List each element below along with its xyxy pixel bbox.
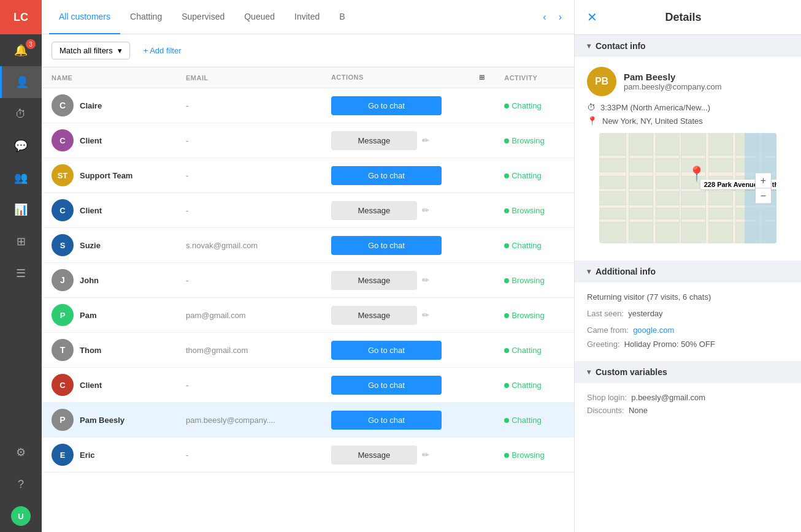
customer-name-wrapper: EEric: [52, 444, 166, 466]
edit-icon[interactable]: ✏: [422, 310, 429, 320]
status-text: Browsing: [512, 136, 544, 145]
contact-name: Pam Beesly: [624, 72, 722, 82]
customer-email-cell: -: [176, 438, 321, 473]
message-button[interactable]: Message: [331, 131, 417, 150]
status-dot: [504, 278, 509, 283]
customer-name-cell: CClient: [42, 368, 176, 403]
table-row[interactable]: PPam Beeslypam.beesly@company....Go to c…: [42, 403, 574, 438]
map-zoom-out-button[interactable]: −: [756, 189, 771, 203]
table-row[interactable]: JJohn-Message✏Browsing: [42, 263, 574, 298]
status-dot: [504, 348, 509, 353]
discounts-label: Discounts:: [587, 406, 624, 415]
discounts-text: Discounts: None: [587, 406, 789, 415]
sidebar-item-history[interactable]: ⏱: [0, 98, 42, 130]
sidebar-item-team[interactable]: 👥: [0, 162, 42, 194]
add-filter-label: + Add filter: [144, 46, 182, 55]
message-button[interactable]: Message: [331, 306, 417, 325]
actions-wrapper: Message✏: [331, 446, 485, 465]
contact-info-section-header[interactable]: ▾ Contact info: [575, 35, 801, 57]
customer-name-text: John: [80, 276, 99, 285]
user-avatar-bottom[interactable]: U: [0, 500, 42, 532]
add-filter-button[interactable]: + Add filter: [137, 42, 188, 59]
status-dot: [504, 453, 509, 458]
map-zoom-in-button[interactable]: +: [756, 173, 771, 189]
sidebar-item-chats[interactable]: 💬: [0, 130, 42, 162]
customer-email-cell: thom@gmail.com: [176, 333, 321, 368]
user-status-avatar: U: [11, 506, 31, 526]
actions-wrapper: Go to chat: [331, 341, 485, 360]
column-settings-icon[interactable]: ⊞: [479, 74, 485, 82]
sidebar-item-customers[interactable]: 👤: [0, 66, 42, 98]
tab-prev-button[interactable]: ‹: [538, 9, 551, 25]
customer-activity-cell: Browsing: [494, 193, 574, 228]
contact-avatar: PB: [587, 67, 616, 96]
edit-icon[interactable]: ✏: [422, 135, 429, 145]
customer-name-cell: PPam: [42, 298, 176, 333]
settings-icon: ⚙: [16, 446, 26, 459]
tab-invited[interactable]: Invited: [285, 0, 329, 34]
go-to-chat-button[interactable]: Go to chat: [331, 341, 442, 360]
match-filter-dropdown[interactable]: Match all filters ▾: [52, 42, 130, 59]
message-button[interactable]: Message: [331, 201, 417, 220]
go-to-chat-button[interactable]: Go to chat: [331, 96, 442, 115]
table-row[interactable]: CClient-Go to chatChatting: [42, 368, 574, 403]
tab-next-button[interactable]: ›: [554, 9, 567, 25]
table-row[interactable]: CClient-Message✏Browsing: [42, 123, 574, 158]
greeting-text: Greeting: Holiday Promo: 50% OFF: [587, 340, 789, 349]
table-row[interactable]: EEric-Message✏Browsing: [42, 438, 574, 473]
panel-close-button[interactable]: ✕: [587, 10, 597, 25]
came-from-label: Came from:: [587, 325, 629, 335]
tab-chatting[interactable]: Chatting: [120, 0, 172, 34]
sidebar-item-notifications[interactable]: 🔔 3: [0, 34, 42, 66]
tab-queued[interactable]: Queued: [234, 0, 285, 34]
status-text: Chatting: [512, 171, 541, 180]
customer-actions-cell: Go to chat: [321, 333, 494, 368]
table-row[interactable]: STSupport Team-Go to chatChatting: [42, 158, 574, 193]
customer-actions-cell: Go to chat: [321, 228, 494, 263]
sidebar-item-settings[interactable]: ⚙: [0, 436, 42, 468]
message-button[interactable]: Message: [331, 446, 417, 465]
customers-table: NAME EMAIL ACTIONS ⊞ ACTIVITY CClaire-Go…: [42, 67, 574, 473]
status-dot: [504, 418, 509, 423]
table-row[interactable]: TThomthom@gmail.comGo to chatChatting: [42, 333, 574, 368]
edit-icon[interactable]: ✏: [422, 205, 429, 215]
customer-email-cell: s.novak@gmail.com: [176, 228, 321, 263]
customer-name-text: Client: [80, 136, 102, 145]
message-button[interactable]: Message: [331, 271, 417, 290]
customer-avatar: P: [52, 409, 74, 431]
custom-variables-section-header[interactable]: ▾ Custom variables: [575, 361, 801, 383]
table-row[interactable]: PPampam@gmail.comMessage✏Browsing: [42, 298, 574, 333]
filter-bar: Match all filters ▾ + Add filter: [42, 34, 574, 67]
sidebar-item-reports[interactable]: 📊: [0, 194, 42, 226]
customer-name-wrapper: JJohn: [52, 269, 166, 291]
tab-all-customers[interactable]: All customers: [49, 0, 120, 34]
contact-info-label: Contact info: [596, 41, 646, 51]
customer-email-cell: -: [176, 88, 321, 123]
customer-name-wrapper: CClaire: [52, 94, 166, 116]
tab-navigation: ‹ ›: [538, 9, 567, 25]
sidebar-item-list[interactable]: ☰: [0, 257, 42, 289]
table-row[interactable]: SSuzies.novak@gmail.comGo to chatChattin…: [42, 228, 574, 263]
additional-info-section-header[interactable]: ▾ Additional info: [575, 260, 801, 283]
came-from-link[interactable]: google.com: [633, 325, 674, 335]
edit-icon[interactable]: ✏: [422, 450, 429, 460]
customer-avatar: T: [52, 339, 74, 361]
sidebar-item-help[interactable]: ?: [0, 468, 42, 500]
tab-supervised[interactable]: Supervised: [172, 0, 234, 34]
edit-icon[interactable]: ✏: [422, 275, 429, 285]
go-to-chat-button[interactable]: Go to chat: [331, 411, 442, 430]
go-to-chat-button[interactable]: Go to chat: [331, 376, 442, 395]
customer-email-cell: -: [176, 193, 321, 228]
map-zoom-controls[interactable]: + −: [755, 173, 772, 204]
tab-b[interactable]: B: [329, 0, 355, 34]
customer-avatar: C: [52, 374, 74, 396]
table-row[interactable]: CClaire-Go to chatChatting: [42, 88, 574, 123]
go-to-chat-button[interactable]: Go to chat: [331, 166, 442, 185]
actions-wrapper: Message✏: [331, 271, 485, 290]
additional-info-body: Returning visitor (77 visits, 6 chats) L…: [575, 283, 801, 361]
app-logo[interactable]: LC: [0, 0, 42, 34]
sidebar-item-apps[interactable]: ⊞: [0, 226, 42, 257]
table-row[interactable]: CClient-Message✏Browsing: [42, 193, 574, 228]
go-to-chat-button[interactable]: Go to chat: [331, 236, 442, 255]
discounts-value: None: [629, 406, 648, 415]
